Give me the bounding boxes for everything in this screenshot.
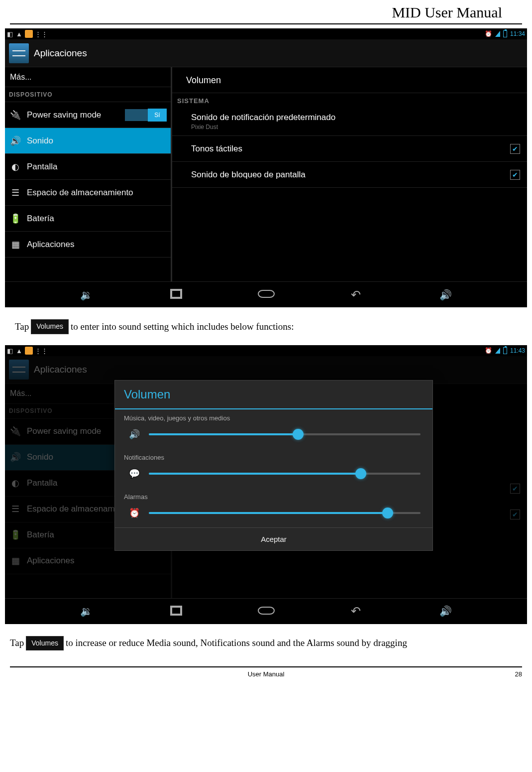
toggle-power-saving[interactable]: Sí: [125, 109, 167, 121]
back-button[interactable]: ↶: [347, 288, 364, 302]
android-icon: ⋮⋮: [35, 30, 42, 37]
sidebar-item-power-saving[interactable]: 🔌 Power saving mode Sí: [5, 102, 171, 128]
status-notification-icon: ◧: [7, 347, 14, 354]
home-button[interactable]: [258, 606, 275, 617]
battery-icon: [503, 30, 507, 37]
sidebar-item-label: Sonido: [27, 452, 53, 462]
brightness-icon: ◐: [10, 478, 21, 489]
checkbox-touch-sounds[interactable]: [510, 144, 520, 154]
recent-apps-button[interactable]: [168, 606, 185, 617]
clock: 11:34: [510, 30, 525, 37]
apps-icon: ▦: [10, 555, 21, 566]
slider-label: Música, video, juegos y otros medios: [124, 414, 424, 422]
brightness-icon: ◐: [10, 161, 21, 172]
status-notification-icon: ◧: [7, 30, 14, 37]
sidebar-item-label: Espacio de almacenamiento: [27, 188, 133, 198]
sidebar-item-label: Sonido: [27, 136, 53, 146]
accept-button[interactable]: Aceptar: [115, 527, 432, 550]
row-label: Sonido de bloqueo de pantalla: [191, 170, 306, 180]
status-app-icon: [25, 30, 33, 38]
slider-label: Alarmas: [124, 493, 424, 501]
sidebar-item-label: Power saving mode: [27, 426, 101, 436]
sidebar-item-label: Más...: [10, 389, 32, 398]
instruction-2: Tap Volumes to increase or reduce Media …: [0, 629, 532, 658]
battery-icon: 🔋: [10, 213, 21, 224]
volume-dialog: Volumen Música, video, juegos y otros me…: [114, 380, 433, 551]
sidebar-item-apps: ▦ Aplicaciones: [5, 548, 171, 574]
warning-icon: ▲: [16, 347, 23, 354]
screenshot-volume-dialog: ◧ ▲ ⋮⋮ ⏰ 11:43 Aplicaciones Más... DISPO…: [5, 345, 527, 624]
screenshot-sound-settings: ◧ ▲ ⋮⋮ ⏰ 11:34 Aplicaciones Más... DISPO…: [5, 28, 527, 307]
sidebar-category: DISPOSITIVO: [5, 87, 171, 102]
status-bar: ◧ ▲ ⋮⋮ ⏰ 11:34: [5, 28, 527, 39]
dialog-title: Volumen: [115, 381, 432, 409]
header-rule: [10, 23, 522, 24]
slider-alarm-track[interactable]: [149, 512, 421, 514]
content-title-volumen[interactable]: Volumen: [172, 69, 527, 93]
volumes-button-image: Volumes: [31, 319, 69, 334]
app-title: Aplicaciones: [34, 48, 87, 59]
alarm-icon: ⏰: [129, 508, 140, 518]
sidebar-item-display[interactable]: ◐ Pantalla: [5, 154, 171, 180]
alarm-icon: ⏰: [485, 347, 492, 354]
volume-icon: 🔊: [10, 135, 21, 146]
back-button[interactable]: ↶: [347, 604, 364, 618]
sidebar-item-storage[interactable]: ☰ Espacio de almacenamiento: [5, 180, 171, 206]
sidebar-item-sound[interactable]: 🔊 Sonido: [5, 128, 171, 154]
row-label: Tonos táctiles: [191, 144, 242, 154]
page-footer: User Manual 28: [10, 666, 522, 688]
sidebar-item-label: Batería: [27, 214, 54, 224]
battery-icon: 🔋: [10, 529, 21, 540]
settings-icon[interactable]: [9, 43, 29, 63]
storage-icon: ☰: [10, 187, 21, 198]
row-default-notification[interactable]: Sonido de notificación predeterminado Pi…: [172, 108, 527, 136]
plug-icon: 🔌: [10, 426, 21, 437]
row-screen-lock-sound[interactable]: Sonido de bloqueo de pantalla: [172, 162, 527, 188]
navigation-bar: 🔉 ↶ 🔊: [5, 281, 527, 307]
volume-up-icon[interactable]: 🔊: [437, 605, 454, 617]
checkbox-screen-lock[interactable]: [510, 170, 520, 180]
volume-down-icon[interactable]: 🔉: [78, 605, 95, 617]
home-button[interactable]: [258, 289, 275, 300]
status-app-icon: [25, 347, 33, 355]
sound-settings-content: Volumen SISTEMA Sonido de notificación p…: [172, 67, 527, 281]
slider-media-track[interactable]: [149, 433, 421, 435]
storage-icon: ☰: [10, 504, 21, 515]
apps-icon: ▦: [10, 239, 21, 250]
android-icon: ⋮⋮: [35, 347, 42, 354]
page-number: 28: [515, 670, 522, 678]
recent-apps-button[interactable]: [168, 289, 185, 300]
status-bar: ◧ ▲ ⋮⋮ ⏰ 11:43: [5, 345, 527, 356]
sidebar-item-more[interactable]: Más...: [5, 67, 171, 87]
volume-icon: 🔊: [129, 429, 140, 440]
sidebar-item-battery[interactable]: 🔋 Batería: [5, 206, 171, 232]
slider-media: Música, video, juegos y otros medios 🔊: [115, 409, 432, 449]
sidebar-item-label: Más...: [10, 73, 32, 82]
sidebar-item-label: Pantalla: [27, 478, 57, 488]
slider-label: Notificaciones: [124, 454, 424, 461]
app-header: Aplicaciones: [5, 39, 527, 67]
footer-text: User Manual: [248, 670, 285, 678]
sidebar-item-label: Power saving mode: [27, 110, 101, 120]
sidebar-item-label: Aplicaciones: [27, 240, 74, 250]
plug-icon: 🔌: [10, 110, 21, 121]
row-touch-sounds[interactable]: Tonos táctiles: [172, 136, 527, 162]
sidebar-item-label: Batería: [27, 530, 54, 540]
instruction-1: Tap Volumes to enter into sound setting …: [0, 312, 532, 341]
document-title: MID User Manual: [0, 0, 532, 23]
slider-notifications: Notificaciones 💬: [115, 449, 432, 488]
slider-notif-track[interactable]: [149, 473, 421, 475]
sidebar-item-label: Pantalla: [27, 162, 57, 172]
notification-icon: 💬: [129, 468, 140, 479]
warning-icon: ▲: [16, 30, 23, 37]
content-category: SISTEMA: [172, 93, 527, 108]
signal-icon: [495, 31, 500, 37]
slider-alarms: Alarmas ⏰: [115, 488, 432, 527]
signal-icon: [495, 348, 500, 354]
settings-sidebar: Más... DISPOSITIVO 🔌 Power saving mode S…: [5, 67, 172, 281]
volume-up-icon[interactable]: 🔊: [437, 289, 454, 301]
sidebar-item-apps[interactable]: ▦ Aplicaciones: [5, 232, 171, 257]
volume-down-icon[interactable]: 🔉: [78, 289, 95, 301]
app-title: Aplicaciones: [34, 364, 87, 375]
sidebar-item-label: Espacio de almacenamie: [27, 504, 121, 514]
